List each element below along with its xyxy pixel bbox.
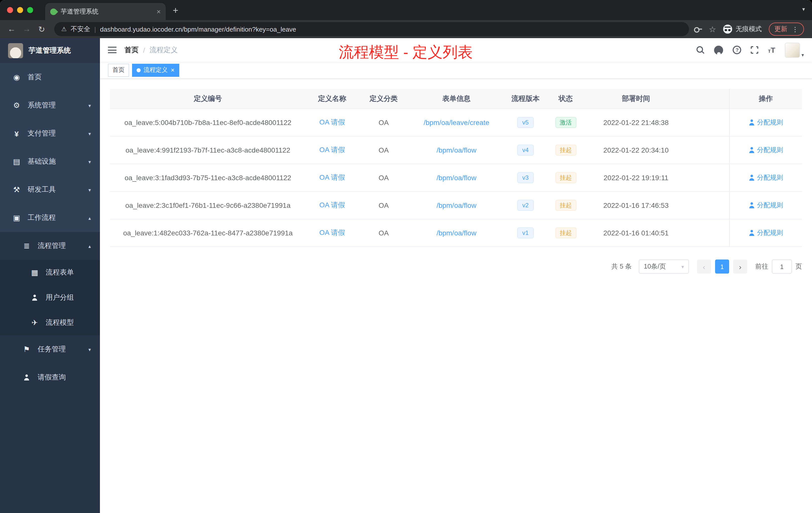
form-link[interactable]: /bpm/oa/flow xyxy=(437,174,476,182)
password-key-icon[interactable] xyxy=(694,26,702,33)
tag-process-definition[interactable]: 流程定义 xyxy=(132,63,179,77)
sidebar-item-label: 首页 xyxy=(28,73,42,82)
form-link[interactable]: /bpm/oa/leave/create xyxy=(424,118,489,126)
definition-name-link[interactable]: OA 请假 xyxy=(319,229,345,237)
status-badge: 挂起 xyxy=(555,200,576,211)
assign-rule-link[interactable]: 分配规则 xyxy=(749,201,783,210)
header-actions xyxy=(696,42,804,58)
column-header-name: 定义名称 xyxy=(306,89,358,109)
forward-button[interactable] xyxy=(19,25,34,34)
column-header-version: 流程版本 xyxy=(504,89,547,109)
sidebar-item-home[interactable]: 首页 xyxy=(0,63,100,91)
page-size-select[interactable]: 10条/页 xyxy=(639,260,689,274)
not-secure-label: 不安全 xyxy=(71,25,90,34)
browser-tab-strip: 芋道管理系统 xyxy=(0,0,812,20)
font-size-icon[interactable] xyxy=(768,46,775,54)
sidebar-item-process-management[interactable]: 流程管理 xyxy=(0,232,100,260)
form-link[interactable]: /bpm/oa/flow xyxy=(437,229,476,237)
hamburger-icon[interactable] xyxy=(108,47,116,53)
close-window-button[interactable] xyxy=(7,7,13,13)
form-link[interactable]: /bpm/oa/flow xyxy=(437,146,476,154)
sidebar-item-task-management[interactable]: 任务管理 xyxy=(0,335,100,363)
form-link[interactable]: /bpm/oa/flow xyxy=(437,201,476,209)
logo-title: 芋道管理系统 xyxy=(29,46,71,55)
reload-button[interactable] xyxy=(34,24,49,34)
tab-close-icon[interactable] xyxy=(157,8,161,15)
assign-rule-link[interactable]: 分配规则 xyxy=(749,146,783,155)
fullscreen-icon[interactable] xyxy=(751,46,758,54)
page-title-annotation: 流程模型 - 定义列表 xyxy=(339,42,472,63)
table-row: oa_leave:3:1fad3d93-7b75-11ec-a3c8-acde4… xyxy=(110,164,802,192)
next-page-button[interactable]: › xyxy=(733,260,747,274)
sidebar-item-label: 流程管理 xyxy=(38,241,66,250)
update-chip[interactable]: 更新 xyxy=(769,23,804,36)
zoom-window-button[interactable] xyxy=(27,7,33,13)
bookmark-star-icon[interactable] xyxy=(709,24,716,34)
cell-category: OA xyxy=(358,164,409,191)
cell-category: OA xyxy=(358,137,409,163)
cell-category: OA xyxy=(358,219,409,246)
infrastructure-icon xyxy=(12,157,21,166)
version-tag: v5 xyxy=(517,117,533,128)
new-tab-button[interactable] xyxy=(173,5,178,15)
sidebar-logo[interactable]: 芋道管理系统 xyxy=(0,38,100,63)
definition-name-link[interactable]: OA 请假 xyxy=(319,118,345,127)
sidebar-item-payment[interactable]: 支付管理 xyxy=(0,119,100,148)
assign-rule-link[interactable]: 分配规则 xyxy=(749,118,783,127)
browser-tab[interactable]: 芋道管理系统 xyxy=(45,3,166,20)
minimize-window-button[interactable] xyxy=(17,7,23,13)
sidebar-item-leave-query[interactable]: 请假查询 xyxy=(0,363,100,392)
sidebar-item-label: 用户分组 xyxy=(46,293,74,302)
update-label: 更新 xyxy=(774,25,787,34)
sidebar-item-infrastructure[interactable]: 基础设施 xyxy=(0,148,100,176)
tab-search-chevron-icon[interactable] xyxy=(802,6,805,12)
sidebar-item-workflow[interactable]: 工作流程 xyxy=(0,204,100,232)
not-secure-warning-icon[interactable] xyxy=(61,26,67,33)
table-header-row: 定义编号 定义名称 定义分类 表单信息 流程版本 状态 部署时间 操作 xyxy=(110,89,802,109)
help-icon[interactable] xyxy=(733,46,742,54)
user-avatar-menu[interactable] xyxy=(785,42,804,58)
definition-name-link[interactable]: OA 请假 xyxy=(319,173,345,182)
table-row: oa_leave:1:482ec033-762a-11ec-8477-a2380… xyxy=(110,219,802,247)
cell-deploy-time: 2022-01-22 21:48:38 xyxy=(584,109,688,136)
workflow-icon xyxy=(12,213,21,222)
back-button[interactable] xyxy=(4,25,19,34)
search-icon[interactable] xyxy=(696,46,705,54)
goto-page-input[interactable] xyxy=(772,260,792,274)
cell-definition-id: oa_leave:1:482ec033-762a-11ec-8477-a2380… xyxy=(110,219,306,246)
status-badge: 挂起 xyxy=(555,228,576,239)
sidebar-item-process-model[interactable]: 流程模型 xyxy=(0,310,100,335)
github-icon[interactable] xyxy=(714,46,723,55)
sidebar-item-user-group[interactable]: 用户分组 xyxy=(0,285,100,310)
sidebar-item-label: 请假查询 xyxy=(38,373,66,382)
definition-name-link[interactable]: OA 请假 xyxy=(319,146,345,155)
tag-home[interactable]: 首页 xyxy=(108,63,129,77)
page-size-value: 10条/页 xyxy=(644,262,666,271)
breadcrumb: 首页 / 流程定义 xyxy=(124,46,178,55)
tab-favicon-icon xyxy=(49,7,58,16)
assign-rule-link[interactable]: 分配规则 xyxy=(749,229,783,237)
column-header-time: 部署时间 xyxy=(584,89,688,109)
sidebar-item-dev-tools[interactable]: 研发工具 xyxy=(0,176,100,204)
definition-name-link[interactable]: OA 请假 xyxy=(319,201,345,210)
sidebar-item-process-form[interactable]: 流程表单 xyxy=(0,260,100,285)
caret-down-icon xyxy=(802,52,804,58)
page-button-1[interactable]: 1 xyxy=(715,260,729,274)
dashboard-icon xyxy=(12,73,21,82)
prev-page-button[interactable]: ‹ xyxy=(697,260,711,274)
sidebar-item-system[interactable]: 系统管理 xyxy=(0,91,100,119)
tag-close-icon[interactable] xyxy=(171,67,174,73)
chevron-down-icon xyxy=(88,346,91,352)
breadcrumb-home[interactable]: 首页 xyxy=(124,46,139,55)
assign-rule-link[interactable]: 分配规则 xyxy=(749,173,783,182)
cell-deploy-time: 2022-01-22 19:19:11 xyxy=(584,164,688,191)
incognito-badge: 无痕模式 xyxy=(723,25,762,34)
chevron-down-icon xyxy=(88,103,91,108)
tab-title: 芋道管理系统 xyxy=(61,7,153,16)
browser-menu-dots-icon[interactable] xyxy=(792,25,799,33)
address-bar[interactable]: 不安全 | dashboard.yudao.iocoder.cn/bpm/man… xyxy=(54,22,689,36)
tag-label: 流程定义 xyxy=(144,66,168,74)
version-tag: v4 xyxy=(517,145,533,156)
user-group-icon xyxy=(30,295,39,301)
page-content: 定义编号 定义名称 定义分类 表单信息 流程版本 状态 部署时间 操作 oa_l… xyxy=(100,79,812,513)
